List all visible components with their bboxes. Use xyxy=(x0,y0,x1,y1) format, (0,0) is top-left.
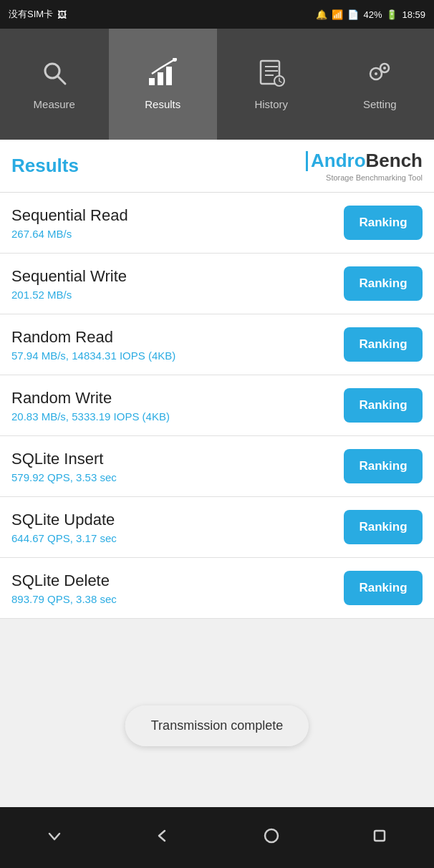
results-header: Results AndroBench Storage Benchmarking … xyxy=(0,140,434,193)
result-value-sqlite-insert: 579.92 QPS, 3.53 sec xyxy=(11,471,117,483)
svg-line-1 xyxy=(57,76,65,84)
result-name-seq-write: Sequential Write xyxy=(11,267,127,286)
result-name-rand-write: Random Write xyxy=(11,389,170,408)
toast-text: Transmission complete xyxy=(151,718,283,733)
history-icon xyxy=(256,58,286,92)
battery-text: 42% xyxy=(363,9,382,20)
ranking-btn-rand-write[interactable]: Ranking xyxy=(344,388,423,423)
result-value-seq-read: 267.64 MB/s xyxy=(11,228,128,240)
brand-name: AndroBench xyxy=(311,150,423,172)
tab-history[interactable]: History xyxy=(217,29,326,140)
status-right: 🔔 📶 📄 42% 🔋 18:59 xyxy=(316,9,425,20)
setting-icon xyxy=(365,58,395,92)
result-info-sqlite-delete: SQLite Delete 893.79 QPS, 3.38 sec xyxy=(11,572,117,605)
result-value-seq-write: 201.52 MB/s xyxy=(11,289,127,301)
ranking-btn-seq-write[interactable]: Ranking xyxy=(344,266,423,301)
result-item-sqlite-update: SQLite Update 644.67 QPS, 3.17 sec Ranki… xyxy=(0,497,434,558)
result-info-seq-write: Sequential Write 201.52 MB/s xyxy=(11,267,127,301)
bell-icon: 🔔 xyxy=(316,9,327,20)
ranking-btn-seq-read[interactable]: Ranking xyxy=(344,206,423,240)
tab-results-label: Results xyxy=(145,98,180,110)
svg-point-13 xyxy=(375,72,377,75)
result-value-sqlite-delete: 893.79 QPS, 3.38 sec xyxy=(11,593,117,605)
result-info-sqlite-insert: SQLite Insert 579.92 QPS, 3.53 sec xyxy=(11,450,117,483)
wifi-icon: 📶 xyxy=(332,9,343,20)
svg-rect-16 xyxy=(375,831,385,841)
result-item-seq-read: Sequential Read 267.64 MB/s Ranking xyxy=(0,193,434,254)
result-item-rand-read: Random Read 57.94 MB/s, 14834.31 IOPS (4… xyxy=(0,314,434,375)
home-icon[interactable] xyxy=(248,819,295,857)
result-name-sqlite-update: SQLite Update xyxy=(11,511,117,529)
brand-subtitle: Storage Benchmarking Tool xyxy=(326,173,423,182)
ranking-btn-sqlite-update[interactable]: Ranking xyxy=(344,510,423,544)
svg-rect-4 xyxy=(166,67,172,85)
result-name-sqlite-delete: SQLite Delete xyxy=(11,572,117,590)
status-bar: 没有SIM卡 🖼 🔔 📶 📄 42% 🔋 18:59 xyxy=(0,0,434,29)
tab-setting-label: Setting xyxy=(363,98,397,110)
result-item-rand-write: Random Write 20.83 MB/s, 5333.19 IOPS (4… xyxy=(0,375,434,436)
result-name-seq-read: Sequential Read xyxy=(11,206,128,225)
ranking-btn-sqlite-delete[interactable]: Ranking xyxy=(344,571,423,605)
result-info-sqlite-update: SQLite Update 644.67 QPS, 3.17 sec xyxy=(11,511,117,544)
back-icon[interactable] xyxy=(139,819,186,857)
results-list: Sequential Read 267.64 MB/s Ranking Sequ… xyxy=(0,193,434,619)
ranking-btn-sqlite-insert[interactable]: Ranking xyxy=(344,449,423,483)
status-left: 没有SIM卡 🖼 xyxy=(9,8,67,21)
result-info-seq-read: Sequential Read 267.64 MB/s xyxy=(11,206,128,240)
bottom-nav xyxy=(0,807,434,868)
measure-icon xyxy=(39,58,69,92)
result-info-rand-read: Random Read 57.94 MB/s, 14834.31 IOPS (4… xyxy=(11,328,175,362)
nav-tabs: Measure Results History xyxy=(0,29,434,140)
ranking-btn-rand-read[interactable]: Ranking xyxy=(344,327,423,362)
svg-point-15 xyxy=(265,829,278,842)
tab-setting[interactable]: Setting xyxy=(326,29,435,140)
sim-icon: 📄 xyxy=(347,9,359,20)
svg-rect-2 xyxy=(149,78,155,85)
chevron-down-icon[interactable] xyxy=(31,819,78,857)
result-value-rand-write: 20.83 MB/s, 5333.19 IOPS (4KB) xyxy=(11,410,170,423)
tab-results[interactable]: Results xyxy=(109,29,218,140)
result-name-rand-read: Random Read xyxy=(11,328,175,347)
result-value-sqlite-update: 644.67 QPS, 3.17 sec xyxy=(11,532,117,544)
results-icon xyxy=(148,58,178,92)
result-info-rand-write: Random Write 20.83 MB/s, 5333.19 IOPS (4… xyxy=(11,389,170,423)
svg-rect-3 xyxy=(158,72,163,85)
svg-point-14 xyxy=(383,67,386,69)
tab-measure[interactable]: Measure xyxy=(0,29,109,140)
result-item-seq-write: Sequential Write 201.52 MB/s Ranking xyxy=(0,254,434,314)
result-name-sqlite-insert: SQLite Insert xyxy=(11,450,117,468)
results-section-title: Results xyxy=(11,155,79,177)
recent-apps-icon[interactable] xyxy=(356,819,403,857)
tab-history-label: History xyxy=(254,98,288,110)
result-item-sqlite-insert: SQLite Insert 579.92 QPS, 3.53 sec Ranki… xyxy=(0,436,434,497)
carrier-text: 没有SIM卡 xyxy=(9,8,53,21)
battery-icon: 🔋 xyxy=(386,9,397,20)
brand-logo: AndroBench Storage Benchmarking Tool xyxy=(306,150,423,182)
time-text: 18:59 xyxy=(402,9,425,20)
toast-message: Transmission complete xyxy=(125,705,309,746)
result-item-sqlite-delete: SQLite Delete 893.79 QPS, 3.38 sec Ranki… xyxy=(0,558,434,619)
tab-measure-label: Measure xyxy=(34,98,75,110)
image-icon: 🖼 xyxy=(57,9,67,20)
result-value-rand-read: 57.94 MB/s, 14834.31 IOPS (4KB) xyxy=(11,349,175,362)
